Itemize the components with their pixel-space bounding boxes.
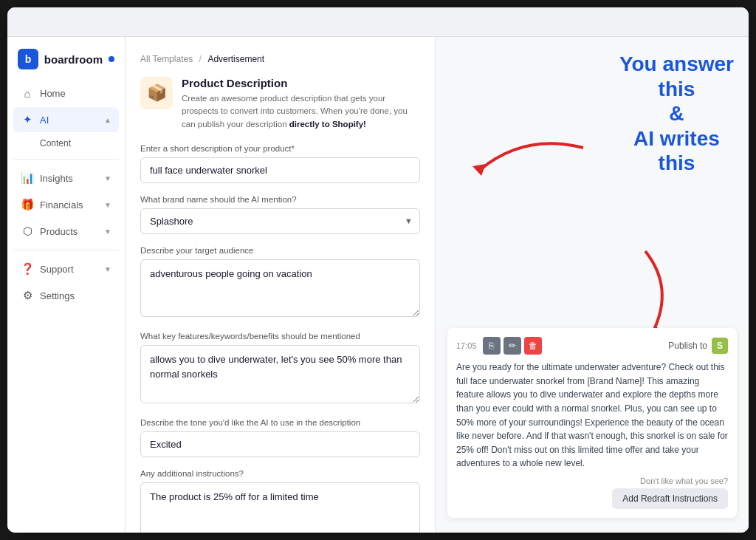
products-icon: ⬡ [21, 225, 34, 238]
logo-area: b boardroom [7, 43, 125, 81]
dont-like-section: Don't like what you see? Add Redraft Ins… [456, 476, 728, 509]
chevron-down-icon-4: ▼ [104, 265, 111, 273]
publish-to-section: Publish to S [668, 338, 728, 354]
field6-label: Any additional instructions? [140, 469, 420, 478]
sidebar-item-home[interactable]: ⌂ Home [13, 81, 119, 106]
field1-label: Enter a short description of your produc… [140, 144, 420, 153]
notification-dot [109, 56, 114, 62]
shopify-publish-icon[interactable]: S [712, 338, 728, 354]
right-panel: You answer this & AI writes this [436, 37, 749, 533]
ai-icon: ✦ [21, 113, 34, 126]
target-audience-input[interactable]: adventurous people going on vacation [140, 259, 420, 318]
chat-toolbar: 17:05 ⎘ ✏ 🗑 Publish to S [456, 337, 728, 355]
shopify-link: directly to Shopify! [289, 120, 366, 129]
result-text: Are you ready for the ultimate underwate… [456, 360, 728, 471]
copy-button[interactable]: ⎘ [483, 337, 501, 355]
sidebar-item-insights[interactable]: 📊 Insights ▼ [13, 165, 119, 191]
form-desc: Create an awesome product description th… [182, 92, 420, 131]
field4-group: What key features/keywords/benefits shou… [140, 332, 420, 406]
publish-label: Publish to [668, 341, 707, 351]
sidebar: b boardroom ⌂ Home ✦ AI ▲ Content [7, 37, 126, 533]
form-title: Product Description [182, 77, 420, 89]
nav-divider-2 [13, 250, 119, 250]
redraft-button[interactable]: Add Redraft Instructions [612, 488, 728, 509]
annotation-line4: AI writes [619, 126, 734, 151]
chat-result-card: 17:05 ⎘ ✏ 🗑 Publish to S Are you ready f… [447, 328, 737, 518]
form-panel: All Templates / Advertisement 📦 Product … [126, 37, 436, 533]
sidebar-item-products[interactable]: ⬡ Products ▼ [13, 219, 119, 244]
chevron-down-icon: ▼ [104, 174, 111, 182]
sidebar-label-financials: Financials [40, 199, 83, 211]
breadcrumb-parent[interactable]: All Templates [140, 54, 193, 64]
home-icon: ⌂ [21, 87, 34, 100]
sidebar-item-content[interactable]: Content [13, 134, 119, 153]
breadcrumb: All Templates / Advertisement [140, 52, 420, 65]
insights-icon: 📊 [21, 171, 34, 185]
dont-like-text: Don't like what you see? [640, 476, 728, 485]
nav-divider-1 [13, 159, 119, 160]
sidebar-label-ai: AI [40, 115, 49, 126]
field2-group: What brand name should the AI mention? S… [140, 195, 420, 234]
field1-group: Enter a short description of your produc… [140, 144, 420, 183]
sidebar-label-support: Support [40, 264, 74, 275]
product-header-text: Product Description Create an awesome pr… [182, 77, 420, 131]
left-arrow-svg [450, 126, 598, 199]
logo-text: boardroom [44, 53, 103, 66]
product-description-input[interactable] [140, 157, 420, 183]
sidebar-label-insights: Insights [40, 173, 73, 184]
sidebar-label-products: Products [40, 226, 78, 237]
sidebar-label-home: Home [40, 88, 66, 99]
tone-input[interactable] [140, 431, 420, 457]
brand-select-wrapper: Splashore ▼ [140, 208, 420, 234]
field4-label: What key features/keywords/benefits shou… [140, 332, 420, 341]
additional-instructions-input[interactable]: The product is 25% off for a limited tim… [140, 482, 420, 533]
annotation-line1: You answer [619, 52, 734, 77]
field3-label: Describe your target audience [140, 246, 420, 255]
financials-icon: 🎁 [21, 198, 34, 211]
chevron-up-icon: ▲ [104, 116, 111, 124]
annotation-overlay: You answer this & AI writes this [619, 52, 734, 176]
sidebar-item-support[interactable]: ❓ Support ▼ [13, 256, 119, 281]
field5-group: Describe the tone you'd like the AI to u… [140, 418, 420, 457]
chat-time: 17:05 [456, 341, 477, 350]
field6-group: Any additional instructions? The product… [140, 469, 420, 533]
product-icon: 📦 [140, 77, 173, 109]
field2-label: What brand name should the AI mention? [140, 195, 420, 204]
breadcrumb-current: Advertisement [207, 54, 264, 64]
field5-label: Describe the tone you'd like the AI to u… [140, 418, 420, 427]
delete-button[interactable]: 🗑 [524, 337, 542, 355]
support-icon: ❓ [21, 262, 34, 276]
brand-select[interactable]: Splashore [140, 208, 420, 234]
product-desc-header: 📦 Product Description Create an awesome … [140, 77, 420, 131]
sidebar-item-ai[interactable]: ✦ AI ▲ [13, 107, 119, 132]
content-label: Content [40, 138, 71, 148]
chevron-down-icon-3: ▼ [104, 228, 111, 236]
content-area: All Templates / Advertisement 📦 Product … [126, 37, 749, 533]
annotation-line2: this [619, 77, 734, 102]
svg-marker-0 [472, 164, 486, 176]
edit-button[interactable]: ✏ [504, 337, 521, 355]
sidebar-nav: ⌂ Home ✦ AI ▲ Content 📊 Insights ▼ [7, 81, 125, 308]
sidebar-label-settings: Settings [40, 290, 75, 301]
field3-group: Describe your target audience adventurou… [140, 246, 420, 321]
annotation-line5: this [619, 151, 734, 176]
sidebar-item-settings[interactable]: ⚙ Settings [13, 283, 119, 308]
logo-icon: b [18, 49, 38, 69]
chevron-down-icon-2: ▼ [104, 201, 111, 209]
settings-icon: ⚙ [21, 289, 34, 302]
sidebar-item-financials[interactable]: 🎁 Financials ▼ [13, 192, 119, 217]
breadcrumb-separator: / [199, 54, 202, 64]
keywords-input[interactable]: allows you to dive underwater, let's you… [140, 345, 420, 403]
annotation-line3: & [619, 101, 734, 126]
